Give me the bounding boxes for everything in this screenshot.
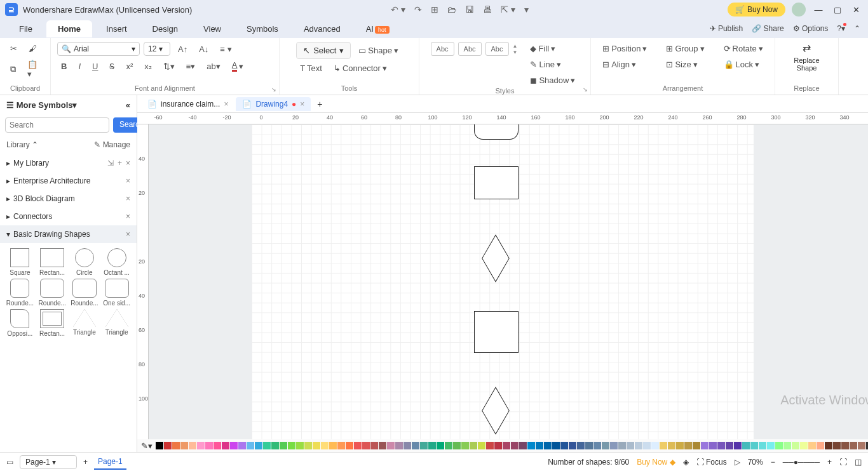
- canvas-page[interactable]: [252, 124, 754, 439]
- replace-shape-button[interactable]: Replace Shape: [794, 56, 819, 72]
- italic-button[interactable]: I: [74, 60, 85, 73]
- cut-icon[interactable]: ✂: [6, 42, 21, 55]
- underline-button[interactable]: U: [88, 60, 102, 73]
- maximize-button[interactable]: ▢: [831, 5, 844, 15]
- share-button[interactable]: 🔗 Share: [752, 24, 783, 33]
- tab-advanced[interactable]: Advanced: [292, 20, 352, 37]
- color-swatch[interactable]: [775, 442, 783, 449]
- help-button[interactable]: ?▾: [837, 24, 845, 33]
- options-button[interactable]: ⚙ Options: [793, 24, 829, 33]
- color-swatch[interactable]: [783, 442, 791, 449]
- color-swatch[interactable]: [676, 442, 684, 449]
- color-swatch[interactable]: [792, 442, 799, 449]
- color-swatch[interactable]: [478, 442, 485, 449]
- close-tab-icon[interactable]: ×: [224, 100, 228, 109]
- style-scroll-up[interactable]: ▲: [513, 43, 518, 49]
- color-swatch[interactable]: [817, 442, 824, 449]
- avatar[interactable]: [792, 3, 806, 17]
- collapse-ribbon-icon[interactable]: ⌃: [854, 24, 860, 33]
- font-size-select[interactable]: 12 ▾: [144, 42, 170, 56]
- sidebar-item-basicshapes[interactable]: ▾ Basic Drawing Shapes ×: [0, 225, 137, 243]
- subscript-button[interactable]: x₂: [140, 60, 156, 73]
- style-preset-1[interactable]: Abc: [431, 42, 454, 56]
- close-tab-icon[interactable]: ×: [300, 100, 304, 109]
- color-swatch[interactable]: [701, 442, 709, 449]
- shape-swatch[interactable]: Opposi...: [5, 309, 35, 337]
- buy-now-button[interactable]: 🛒 Buy Now: [728, 3, 785, 17]
- color-swatch[interactable]: [197, 442, 205, 449]
- color-swatch[interactable]: [379, 442, 386, 449]
- zoom-in-button[interactable]: +: [827, 458, 832, 467]
- redo-icon[interactable]: ↷: [414, 4, 422, 15]
- color-swatch[interactable]: [337, 442, 345, 449]
- color-swatch[interactable]: [329, 442, 337, 449]
- color-swatch[interactable]: [552, 442, 560, 449]
- style-scroll-down[interactable]: ▼: [513, 50, 518, 55]
- connector-tool[interactable]: ↳ Connector ▾: [330, 62, 391, 75]
- color-swatch[interactable]: [230, 442, 238, 449]
- replace-shape-icon[interactable]: ⇄: [803, 42, 811, 54]
- tab-ai[interactable]: AIhot: [355, 20, 401, 37]
- tab-design[interactable]: Design: [141, 20, 189, 37]
- sidebar-item-connectors[interactable]: ▸ Connectors ×: [0, 208, 137, 225]
- fill-button[interactable]: ◆ Fill ▾: [526, 42, 579, 55]
- zoom-level[interactable]: 70%: [748, 458, 763, 467]
- color-swatch[interactable]: [759, 442, 766, 449]
- collapse-sidebar-icon[interactable]: «: [126, 100, 130, 110]
- close-lib-icon[interactable]: ×: [126, 176, 130, 185]
- library-label[interactable]: Library ⌃: [6, 140, 38, 149]
- color-swatch[interactable]: [850, 442, 857, 449]
- decrease-font-icon[interactable]: A↓: [195, 43, 212, 56]
- undo-icon[interactable]: ↶ ▾: [391, 4, 405, 15]
- color-swatch[interactable]: [164, 442, 172, 449]
- align-button[interactable]: ⊟ Align▾: [599, 58, 651, 71]
- font-family-select[interactable]: 🔍 Arial▾: [57, 42, 140, 56]
- copy-icon[interactable]: ⧉: [6, 62, 20, 76]
- styles-dialog-launcher[interactable]: ↘: [583, 86, 588, 93]
- new-icon[interactable]: ⊞: [431, 4, 438, 15]
- rotate-button[interactable]: ⟳ Rotate▾: [720, 42, 767, 55]
- zoom-out-button[interactable]: −: [771, 458, 775, 467]
- color-swatch[interactable]: [734, 442, 742, 449]
- list-icon[interactable]: ≡▾: [182, 60, 200, 73]
- minimize-button[interactable]: —: [812, 5, 825, 15]
- color-swatch[interactable]: [461, 442, 469, 449]
- color-swatch[interactable]: [693, 442, 700, 449]
- color-swatch[interactable]: [610, 442, 618, 449]
- paste-icon[interactable]: 📋▾: [24, 58, 44, 81]
- close-lib-icon[interactable]: ×: [126, 230, 130, 239]
- color-swatch[interactable]: [618, 442, 626, 449]
- color-swatch[interactable]: [560, 442, 568, 449]
- shape-swatch[interactable]: Rounde...: [37, 279, 67, 307]
- color-swatch[interactable]: [585, 442, 593, 449]
- more-icon[interactable]: ▾: [524, 4, 529, 15]
- highlight-icon[interactable]: ab▾: [203, 60, 224, 73]
- color-swatch[interactable]: [800, 442, 808, 449]
- strike-button[interactable]: S̶: [105, 60, 118, 73]
- color-swatch[interactable]: [833, 442, 841, 449]
- shape-swatch[interactable]: Rectan...: [37, 248, 67, 276]
- color-swatch[interactable]: [767, 442, 775, 449]
- sidebar-item-enterprise[interactable]: ▸ Enterprise Architecture ×: [0, 172, 137, 190]
- color-swatch[interactable]: [593, 442, 601, 449]
- superscript-button[interactable]: x²: [122, 60, 137, 73]
- style-preset-2[interactable]: Abc: [458, 42, 482, 56]
- position-button[interactable]: ⊞ Position▾: [599, 42, 651, 55]
- color-swatch[interactable]: [280, 442, 287, 449]
- close-lib-icon[interactable]: ×: [126, 194, 130, 203]
- color-swatch[interactable]: [668, 442, 675, 449]
- tab-home[interactable]: Home: [46, 20, 92, 37]
- color-swatch[interactable]: [222, 442, 229, 449]
- color-swatch[interactable]: [304, 442, 312, 449]
- add-page-button[interactable]: +: [83, 458, 88, 467]
- color-swatch[interactable]: [437, 442, 444, 449]
- canvas-shape-terminator[interactable]: [474, 124, 519, 140]
- page-dropdown[interactable]: Page-1 ▾: [20, 455, 77, 469]
- color-swatch[interactable]: [825, 442, 832, 449]
- shape-swatch[interactable]: Circle: [70, 248, 100, 276]
- canvas-shape-square[interactable]: [474, 311, 519, 353]
- color-swatch[interactable]: [180, 442, 188, 449]
- color-swatch[interactable]: [296, 442, 304, 449]
- page-panel-icon[interactable]: ▭: [6, 458, 13, 467]
- color-swatch[interactable]: [684, 442, 692, 449]
